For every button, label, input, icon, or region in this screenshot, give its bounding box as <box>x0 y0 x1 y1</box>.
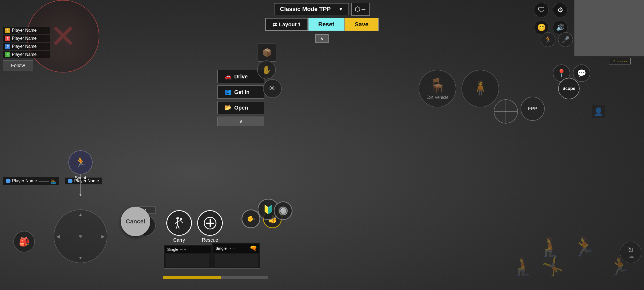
shield-icon: 🛡 <box>538 6 545 14</box>
sprint-line: ▼ <box>80 175 81 196</box>
exit-button[interactable]: ⬡→ <box>351 3 370 16</box>
exit-vehicle-icon: 🪑 <box>429 78 446 94</box>
sprint-arrow-icon: ▼ <box>79 193 82 197</box>
vehicle-panel: 🪑 Exit Vehicle 🧍 <box>419 70 499 107</box>
reset-button[interactable]: Reset <box>308 18 345 31</box>
pistol-slot-icon: 🔫 <box>250 245 257 252</box>
shield-button[interactable]: 🛡 <box>534 3 549 17</box>
joystick-area[interactable]: 🏃 ▼ Sprint ◀ ▶ ▲ ▼ <box>54 209 107 263</box>
svg-line-7 <box>181 222 183 223</box>
gesture-button[interactable]: ✊ 0 <box>241 209 260 228</box>
player-item-1[interactable]: 1 Player Name <box>3 27 50 34</box>
silhouette-prone: 🤸 <box>542 256 564 277</box>
weapon-slot-1[interactable]: Single →→ <box>164 245 212 269</box>
fpp-label: FPP <box>528 106 537 112</box>
mode-label: Classic Mode TPP <box>280 6 331 13</box>
fire-arrows-2: →→ <box>228 246 235 250</box>
top-row-1: Classic Mode TPP ▼ ⬡→ <box>274 3 370 16</box>
layout-label: Layout 1 <box>279 21 301 28</box>
settings-button[interactable]: ⚙ <box>553 3 568 17</box>
player-item-4[interactable]: 4 Player Name <box>3 51 50 58</box>
weapon-switch-button[interactable]: 🔘 <box>274 201 292 220</box>
vehicle-action-button[interactable]: 🧍 <box>462 70 499 107</box>
player-badge-1: Player Name ——— 🏊 <box>3 177 59 185</box>
player-silhouettes: 🧎 🏃 <box>538 236 596 258</box>
silhouette-kneeling: 🧎 <box>512 256 534 277</box>
weapon-slot-1-header: Single →→ <box>165 246 211 253</box>
carry-button[interactable]: Carry <box>166 210 192 243</box>
player-name-3: Player Name <box>12 44 36 49</box>
collapse-icon: ∨ <box>320 36 324 42</box>
fire-mode-1: Single →→ <box>167 247 187 252</box>
carry-icon <box>172 216 186 230</box>
exit-vehicle-label: Exit Vehicle <box>426 95 449 100</box>
player-item-2[interactable]: 2 Player Name <box>3 35 50 42</box>
vehicle-crosshair <box>494 99 518 124</box>
open-button[interactable]: 📂 Open <box>217 101 264 114</box>
speaker-icon: 🔊 <box>556 23 565 32</box>
reset-label: Reset <box>318 21 334 28</box>
weapon-image-2 <box>215 254 258 267</box>
location-icon: 📍 <box>557 69 566 78</box>
chat-button[interactable]: 💬 <box>573 64 590 82</box>
weapon-slot-2[interactable]: Single →→ 🔫 <box>212 242 260 269</box>
mode-dropdown[interactable]: Classic Mode TPP ▼ <box>274 3 349 15</box>
warning-text: - - - - - <box>617 59 627 63</box>
side-button[interactable]: ↻ Side <box>620 242 641 263</box>
save-button[interactable]: Save <box>345 18 379 31</box>
context-expand-button[interactable]: ∨ <box>217 117 264 126</box>
weapon-bar: Single →→ Single →→ 🔫 <box>164 242 260 269</box>
eye-button[interactable]: 👁 <box>263 79 282 98</box>
layout-button[interactable]: ⇄ Layout 1 <box>265 18 308 31</box>
crate-button[interactable]: 📦 <box>258 43 276 62</box>
scope-button[interactable]: Scope <box>558 78 580 99</box>
backpack-icon: 🎒 <box>19 237 30 247</box>
top-row-2: ⇄ Layout 1 Reset Save <box>265 18 379 31</box>
rescue-button[interactable]: Rescue <box>197 210 223 243</box>
voice-icons-area: 🏃 🎤 <box>541 32 573 47</box>
fpp-button[interactable]: FPP <box>521 97 545 121</box>
layout-arrow-icon: ⇄ <box>272 21 277 28</box>
side-refresh-icon: ↻ <box>628 246 634 255</box>
player-item-3[interactable]: 3 Player Name <box>3 43 50 50</box>
get-in-button[interactable]: 👥 Get In <box>217 85 264 99</box>
sprint-button[interactable]: 🏃 ▼ Sprint <box>68 150 93 180</box>
backpack-button[interactable]: 🎒 <box>13 231 35 252</box>
player-number-1: 1 <box>5 28 10 33</box>
ammo-bar <box>163 276 268 279</box>
crawl-icon: 🏊 <box>50 178 56 184</box>
collapse-button[interactable]: ∨ <box>315 34 329 43</box>
weapon-indicator-1: ——— <box>38 179 49 183</box>
mic-button[interactable]: 🎤 <box>558 32 573 47</box>
shield-badge-icon-1 <box>6 179 10 183</box>
crate-icon: 📦 <box>262 48 272 57</box>
grenade-icon: 🔰 <box>263 204 274 215</box>
top-bar: Classic Mode TPP ▼ ⬡→ ⇄ Layout 1 Reset S… <box>265 3 379 43</box>
weapon-image-1 <box>166 254 209 267</box>
svg-point-5 <box>180 218 182 220</box>
joystick-down-icon: ▼ <box>78 256 83 260</box>
drive-label: Drive <box>234 74 248 80</box>
save-label: Save <box>355 21 368 28</box>
hand-button[interactable]: ✋ <box>257 60 276 79</box>
right-icons: 🛡 ⚙ 😊 🔊 <box>534 3 569 35</box>
eye-icon: 👁 <box>268 84 276 93</box>
cancel-button[interactable]: Cancel <box>121 207 150 236</box>
joystick-outer[interactable]: ◀ ▶ ▲ ▼ <box>54 209 107 263</box>
gear-icon: ⚙ <box>557 6 563 14</box>
joystick-up-icon: ▲ <box>78 212 83 217</box>
run-icon-button[interactable]: 🏃 <box>541 32 555 47</box>
follow-button[interactable]: Follow <box>3 60 33 71</box>
person-button[interactable]: 👤 <box>592 105 605 118</box>
exit-vehicle-button[interactable]: 🪑 Exit Vehicle <box>419 70 456 107</box>
sprint-circle[interactable]: 🏃 <box>68 150 93 175</box>
joystick-right-icon: ▶ <box>101 234 105 239</box>
run-icon: 🏃 <box>544 36 552 44</box>
svg-line-6 <box>178 220 181 222</box>
player-number-4: 4 <box>5 52 10 57</box>
silhouette-1: 🧎 <box>538 236 562 258</box>
hand-icon: ✋ <box>262 65 272 75</box>
weapon-switch-icon: 🔘 <box>278 206 288 216</box>
weapon-slot-2-header: Single →→ 🔫 <box>213 244 259 253</box>
person-icon: 👤 <box>594 107 603 116</box>
